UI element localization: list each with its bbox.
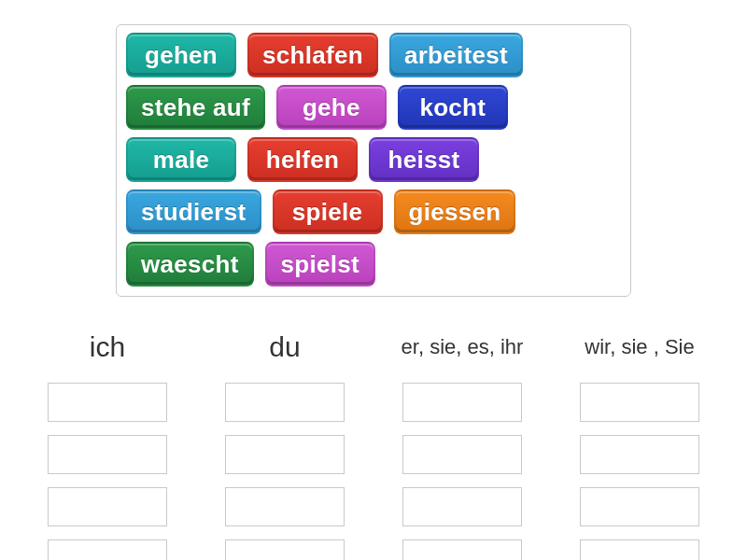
word-tile[interactable]: heisst (369, 137, 479, 182)
word-tile[interactable]: male (126, 137, 236, 182)
drop-column: er, sie, es, ihr (392, 317, 532, 560)
drop-slot[interactable] (402, 487, 522, 526)
drop-slot[interactable] (225, 435, 345, 474)
word-tile[interactable]: studierst (126, 189, 261, 234)
drop-column: ich (37, 317, 177, 560)
drop-slot[interactable] (580, 487, 699, 526)
drop-slot[interactable] (48, 383, 167, 422)
word-tile[interactable]: gehe (276, 85, 387, 130)
drop-slot[interactable] (225, 487, 345, 526)
column-title: er, sie, es, ihr (402, 317, 524, 377)
word-tile[interactable]: schlafen (247, 33, 378, 77)
word-tile[interactable]: arbeitest (389, 33, 523, 77)
word-tile[interactable]: gehen (126, 33, 236, 77)
word-tile[interactable]: waescht (126, 242, 254, 287)
column-title: ich (90, 317, 125, 377)
drop-slot[interactable] (402, 383, 522, 422)
drop-columns: ichduer, sie, es, ihrwir, sie , Sie (37, 317, 710, 560)
tile-tray: gehenschlafenarbeiteststehe aufgehekocht… (116, 24, 631, 297)
word-tile[interactable]: stehe auf (126, 85, 265, 130)
drop-slot[interactable] (225, 539, 345, 560)
word-tile[interactable]: helfen (247, 137, 358, 182)
word-tile[interactable]: kocht (398, 85, 508, 130)
column-slots (225, 383, 345, 560)
drop-column: wir, sie , Sie (570, 317, 710, 560)
word-tile[interactable]: spiele (273, 189, 383, 234)
word-tile[interactable]: spielst (265, 242, 375, 287)
activity-stage: gehenschlafenarbeiteststehe aufgehekocht… (0, 0, 747, 560)
drop-slot[interactable] (580, 539, 699, 560)
drop-slot[interactable] (225, 383, 345, 422)
column-slots (48, 383, 167, 560)
drop-slot[interactable] (580, 435, 699, 474)
drop-slot[interactable] (402, 435, 522, 474)
drop-slot[interactable] (48, 539, 167, 560)
column-title: du (269, 317, 300, 377)
column-title: wir, sie , Sie (585, 317, 694, 377)
column-slots (402, 383, 522, 560)
drop-slot[interactable] (580, 383, 699, 422)
drop-slot[interactable] (402, 539, 522, 560)
drop-slot[interactable] (48, 435, 167, 474)
word-tile[interactable]: giessen (394, 189, 516, 234)
drop-column: du (215, 317, 355, 560)
drop-slot[interactable] (48, 487, 167, 526)
column-slots (580, 383, 699, 560)
